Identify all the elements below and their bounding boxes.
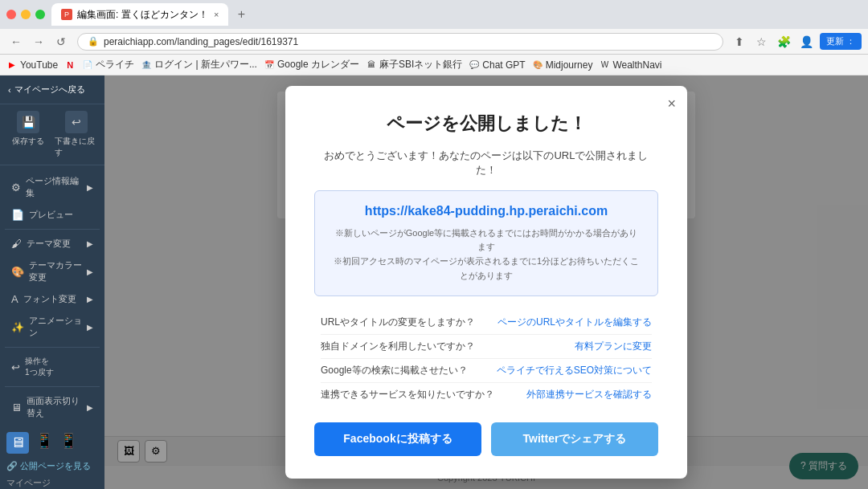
themecolor-content: 🎨 テーマカラー変更 [11,259,87,283]
sidebar-item-pageinfo-label: ページ情報編集 [26,175,87,199]
page-info-content: ⚙ ページ情報編集 [11,175,87,199]
browser-actions: ⬆ ☆ 🧩 👤 更新 ： [730,32,862,51]
modal-link-action-2[interactable]: 有料プランに変更 [575,340,652,353]
theme-icon: 🖌 [11,238,22,250]
device-desktop-icon[interactable]: 🖥 [6,432,29,454]
bookmark-login[interactable]: 🏦 ログイン | 新生パワー... [141,58,257,71]
bookmark-sbi-label: 麻子SBIネット銀行 [379,58,462,71]
content-area: お名前（姓） 必須 お名前（名） 必須 🖼 ⚙ Copyright 20 [104,75,868,489]
theme-content: 🖌 テーマ変更 [11,238,71,250]
modal-link-action-1[interactable]: ページのURLやタイトルを編集する [497,316,652,329]
sidebar-back-label: マイページへ戻る [14,84,85,96]
active-tab[interactable]: P 編集画面: 置くほどカンタン！無料... × [51,3,228,26]
forward-button[interactable]: → [29,32,48,51]
modal-note: ※新しいページがGoogle等に掲載されるまでにはお時間がかかる場合があります … [331,226,641,283]
sidebar-item-themecolor[interactable]: 🎨 テーマカラー変更 ▶ [5,255,100,288]
extensions-icon[interactable]: 🧩 [775,32,794,51]
bookmark-wealthnavi-label: WealthNavi [612,59,661,71]
sidebar-item-operation-label: 操作を1つ戻す [25,356,54,378]
modal-link-action-3[interactable]: ペライチで行えるSEO対策について [497,364,652,377]
modal-link-row-2: 独自ドメインを利用したいですか？ 有料プランに変更 [321,335,652,359]
sidebar-item-font-label: フォント変更 [23,293,76,305]
bookmark-midjourney[interactable]: 🎨 Midjourney [532,59,593,71]
traffic-lights [6,10,45,19]
modal-close-button[interactable]: × [667,96,676,112]
minimize-traffic-light[interactable] [21,10,31,19]
peraichi-icon: 📄 [82,59,93,71]
back-button[interactable]: ← [6,32,26,51]
update-button[interactable]: 更新 ： [820,33,862,50]
modal-link-label-3: Google等の検索に掲載させたい？ [321,364,468,377]
close-traffic-light[interactable] [6,10,16,19]
pageinfo-chevron-icon: ▶ [87,183,93,192]
profile-icon[interactable]: 👤 [797,32,817,51]
modal-link-label-2: 独自ドメインを利用したいですか？ [321,340,475,353]
preview-content: 📄 プレビュー [11,209,73,221]
sidebar-item-preview[interactable]: 📄 プレビュー [5,204,100,226]
login-icon: 🏦 [141,59,152,71]
new-tab-button[interactable]: + [231,5,251,24]
sidebar-sections: ⚙ ページ情報編集 ▶ 📄 プレビュー 🖌 テーマ変更 ▶ [0,165,104,429]
modal-overlay: × ページを公開しました！ おめでとうございます！あなたのページは以下のURLで… [104,75,868,489]
sidebar-item-animation-label: アニメーション [29,315,87,339]
nav-buttons: ← → ↺ [6,32,71,51]
bookmark-chatgpt[interactable]: 💬 Chat GPT [469,59,525,71]
main-layout: ‹ マイページへ戻る 💾 保存する ↩ 下書きに戻す ⚙ ページ情報編集 ▶ [0,75,868,489]
font-chevron-icon: ▶ [87,295,93,304]
gcal-icon: 📅 [264,59,275,71]
sidebar-item-animation[interactable]: ✨ アニメーション ▶ [5,310,100,344]
sidebar-quick-actions: 💾 保存する ↩ 下書きに戻す [0,104,104,165]
tab-favicon: P [61,9,72,20]
save-action-label: 保存する [12,136,44,147]
sidebar-item-preview-label: プレビュー [29,209,73,221]
undo-action-label: 下書きに戻す [55,136,98,158]
modal-note-1: ※新しいページがGoogle等に掲載されるまでにはお時間がかかる場合があります [331,226,641,255]
facebook-share-button[interactable]: Facebookに投稿する [314,422,481,456]
sidebar-item-theme-label: テーマ変更 [27,238,71,250]
bookmark-peraichi[interactable]: 📄 ペライチ [82,58,134,71]
modal-link-action-4[interactable]: 外部連携サービスを確認する [526,388,652,401]
bookmark-netflix[interactable]: N [64,59,76,71]
sidebar-back-button[interactable]: ‹ マイページへ戻る [0,75,104,104]
tab-close-icon[interactable]: × [214,10,219,19]
save-action[interactable]: 💾 保存する [6,111,50,158]
device-tablet-icon[interactable]: 📱 [35,432,53,454]
sidebar-item-pageinfo[interactable]: ⚙ ページ情報編集 ▶ [5,170,100,204]
sbi-icon: 🏛 [366,59,377,71]
operation-icon: ↩ [11,361,20,373]
refresh-button[interactable]: ↺ [51,32,71,51]
sidebar-item-theme[interactable]: 🖌 テーマ変更 ▶ [5,233,100,255]
share-icon[interactable]: ⬆ [730,32,749,51]
sidebar-item-operation[interactable]: ↩ 操作を1つ戻す [5,351,100,383]
my-page-link[interactable]: マイページ [6,478,51,487]
fullscreen-traffic-light[interactable] [35,10,45,19]
publish-page-link[interactable]: 🔗 公開ページを見る [6,461,91,471]
bookmark-peraichi-label: ペライチ [96,58,134,71]
modal-subtitle: おめでとうございます！あなたのページは以下のURLで公開されました！ [314,149,658,177]
twitter-share-button[interactable]: Twitterでシェアする [491,422,658,456]
animation-content: ✨ アニメーション [11,315,87,339]
address-input[interactable]: 🔒 peraichiapp.com/landing_pages/edit/161… [77,33,723,51]
publish-modal: × ページを公開しました！ おめでとうございます！あなたのページは以下のURLで… [285,86,687,479]
modal-link-row-1: URLやタイトルの変更をしますか？ ページのURLやタイトルを編集する [321,311,652,335]
tab-bar: P 編集画面: 置くほどカンタン！無料... × + [51,3,862,26]
bookmark-icon[interactable]: ☆ [752,32,772,51]
bookmark-chatgpt-label: Chat GPT [482,59,525,71]
themecolor-icon: 🎨 [11,266,24,278]
bookmark-wealthnavi[interactable]: W WealthNavi [599,59,661,71]
bookmark-login-label: ログイン | 新生パワー... [154,58,257,71]
modal-url-link[interactable]: https://kake84-pudding.hp.peraichi.com [331,204,641,218]
tab-title: 編集画面: 置くほどカンタン！無料... [77,8,206,22]
bookmark-sbi[interactable]: 🏛 麻子SBIネット銀行 [366,58,462,71]
device-mobile-icon[interactable]: 📱 [59,432,77,454]
sidebar: ‹ マイページへ戻る 💾 保存する ↩ 下書きに戻す ⚙ ページ情報編集 ▶ [0,75,104,489]
undo-icon: ↩ [65,111,88,133]
chevron-left-icon: ‹ [8,85,11,95]
sidebar-item-display-label: 画面表示切り替え [27,395,87,419]
sidebar-item-display[interactable]: 🖥 画面表示切り替え ▶ [5,390,100,424]
undo-action[interactable]: ↩ 下書きに戻す [55,111,98,158]
sidebar-bottom: 🔗 公開ページを見る マイページ ヘルプ ▶ ページ作成 ▶ 個別相談 [0,457,104,489]
bookmark-gcal[interactable]: 📅 Google カレンダー [264,58,359,71]
sidebar-item-font[interactable]: A フォント変更 ▶ [5,288,100,310]
bookmark-youtube[interactable]: ▶ YouTube [6,59,58,71]
